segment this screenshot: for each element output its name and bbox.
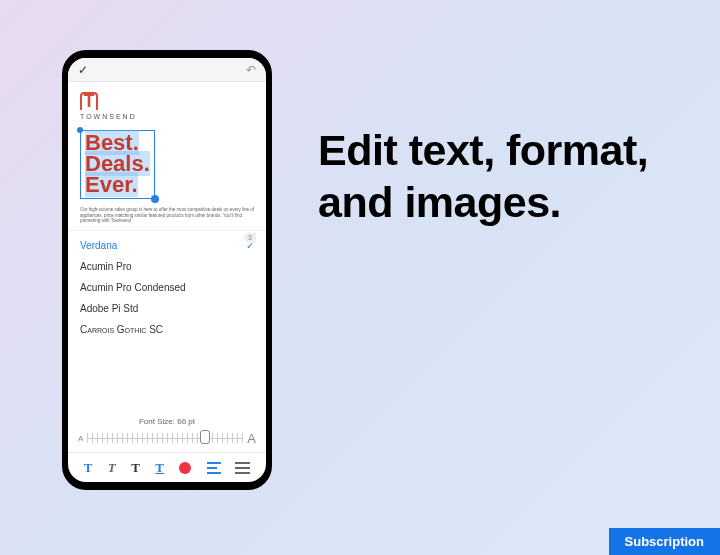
slider-handle[interactable] [200,430,210,444]
format-toolbar: T T T T [68,452,266,482]
slider-ticks [87,438,243,439]
marketing-headline: Edit text, format, and images. [318,125,720,228]
font-picker-list[interactable]: Verdana ✓ Acumin Pro Acumin Pro Condense… [68,230,266,414]
font-option-verdana[interactable]: Verdana ✓ [80,235,254,256]
app-topbar: ✓ ↶ [68,58,266,82]
confirm-icon[interactable]: ✓ [78,63,88,77]
font-size-slider-row: A A [68,429,266,452]
font-option-acumin-pro[interactable]: Acumin Pro [80,256,254,277]
font-size-label: Font Size: 66 pt [68,414,266,429]
italic-button[interactable]: T [108,460,116,476]
slider-max-icon: A [247,431,256,446]
font-option-acumin-pro-condensed[interactable]: Acumin Pro Condensed [80,277,254,298]
list-button[interactable] [236,462,250,474]
bold-button[interactable]: T [84,460,93,476]
phone-mockup: ✓ ↶ T TOWNSEND Best. Deals. Ever. Our hi… [62,50,272,490]
document-body-text: Our high-volume sales group is here to o… [80,207,254,225]
font-option-adobe-pi-std[interactable]: Adobe Pi Std [80,298,254,319]
document-canvas[interactable]: T TOWNSEND Best. Deals. Ever. Our high-v… [68,82,266,230]
text-selection-box[interactable]: Best. Deals. Ever. [80,130,155,199]
brand-logo-icon: T [80,92,98,110]
underline-button[interactable]: T [155,460,164,476]
headline-text[interactable]: Best. Deals. Ever. [85,133,150,196]
phone-screen: ✓ ↶ T TOWNSEND Best. Deals. Ever. Our hi… [68,58,266,482]
font-option-carrois-gothic-sc[interactable]: Carrois Gothic SC [80,319,254,340]
font-button[interactable]: T [131,460,140,476]
brand-logo-block: T TOWNSEND [80,92,254,120]
undo-icon[interactable]: ↶ [246,63,256,77]
brand-name: TOWNSEND [80,113,254,120]
color-picker-button[interactable] [179,462,191,474]
page-indicator: 3 [244,233,256,242]
align-button[interactable] [207,462,221,474]
slider-min-icon: A [78,434,83,443]
subscription-badge: Subscription [609,528,720,555]
font-size-slider[interactable] [87,433,243,445]
